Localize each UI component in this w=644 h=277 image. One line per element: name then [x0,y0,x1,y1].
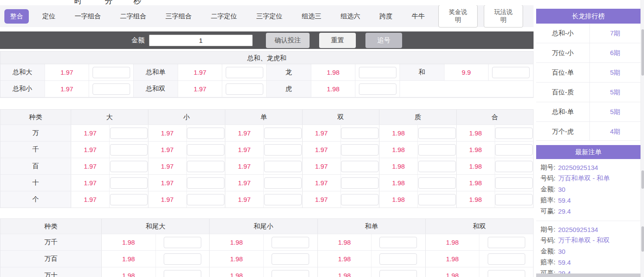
ranking-list: 总和-小7期万位-小6期百位-单5期百位-质5期总和-单5期万个-虎4期 [536,24,641,141]
bet-amount-input[interactable] [93,67,130,78]
bet-amount-input[interactable] [488,237,525,248]
bet-amount-input[interactable] [264,128,302,139]
bet-amount-input[interactable] [164,237,201,248]
bet-input-cell [495,125,533,141]
bet-amount-input[interactable] [110,128,148,139]
bet-amount-input[interactable] [418,144,456,156]
bet-amount-input[interactable] [264,144,302,156]
bet-amount-input[interactable] [187,144,224,156]
odds-value: 1.98 [426,267,480,277]
tab-item[interactable]: 二字定位 [205,9,243,24]
bet-amount-input[interactable] [226,67,263,78]
bet-input-cell [110,175,148,191]
odds-value: 1.97 [225,158,264,174]
bet-amount-input[interactable] [164,270,201,277]
amount-input[interactable] [149,35,253,46]
bet-amount-input[interactable] [341,161,379,172]
bet-amount-input[interactable] [495,177,533,189]
tab-item[interactable]: 二字组合 [114,9,152,24]
ranking-panel-title: 长龙排行榜 [536,9,641,24]
bet-amount-input[interactable] [495,161,533,172]
reset-button[interactable]: 重置 [319,33,356,48]
bet-input-cell [110,191,148,208]
tab-item[interactable]: 组选六 [335,9,366,24]
right-sidebar: 长龙排行榜 总和-小7期万位-小6期百位-单5期百位-质5期总和-单5期万个-虎… [536,9,641,277]
bet-amount-input[interactable] [187,128,224,139]
scrollbar-thumb[interactable] [641,226,644,252]
tab-item[interactable]: 整合 [4,9,29,24]
bet-amount-input[interactable] [359,83,396,95]
dragon-ranking-panel: 长龙排行榜 总和-小7期万位-小6期百位-单5期百位-质5期总和-单5期万个-虎… [536,9,641,141]
bet-amount-input[interactable] [110,194,148,205]
tab-item[interactable]: 三字组合 [160,9,197,24]
bet-amount-input[interactable] [495,144,533,156]
bet-field: 号码:万百和单双 - 和单 [541,173,636,184]
bet-amount-input[interactable] [264,161,302,172]
bet-amount-input[interactable] [418,161,456,172]
ranking-row: 万个-虎4期 [536,122,641,141]
column-header: 合 [457,110,534,125]
bet-amount-input[interactable] [488,253,525,265]
bet-amount-input[interactable] [272,253,309,265]
tab-item[interactable]: 一字组合 [69,9,107,24]
odds-group: 1.97 [71,175,148,191]
scrollbar-thumb[interactable] [641,170,644,189]
ranking-label: 总和-单 [536,102,590,121]
help-button[interactable]: 奖金说明 [438,5,478,28]
odds-group: 1.98 [379,158,457,174]
bet-amount-input[interactable] [93,83,130,95]
bet-amount-input[interactable] [264,177,302,189]
bet-amount-input[interactable] [379,270,417,277]
bet-amount-input[interactable] [495,194,533,205]
bet-field-value: 20250925134 [558,164,598,171]
bet-amount-input[interactable] [488,270,525,277]
bet-amount-input[interactable] [110,161,148,172]
bet-amount-input[interactable] [418,177,456,189]
tab-item[interactable]: 组选三 [296,9,327,24]
bet-amount-input[interactable] [110,144,148,156]
odds-group: 1.97 [303,125,380,141]
bet-amount-input[interactable] [379,237,417,248]
bet-amount-input[interactable] [418,194,456,205]
bet-amount-input[interactable] [495,128,533,139]
bet-amount-input[interactable] [379,253,417,265]
odds-group: 1.98 [457,142,534,158]
bet-input-cell [479,234,533,250]
bet-amount-input[interactable] [272,270,309,277]
bet-amount-input[interactable] [187,194,224,205]
ranking-count: 5期 [590,63,641,82]
odds-group: 1.98 [426,234,533,250]
bet-amount-input[interactable] [264,194,302,205]
scrollbar-thumb[interactable] [641,29,644,76]
row-label: 万 [0,125,71,141]
bet-amount-input[interactable] [272,237,309,248]
confirm-bet-button[interactable]: 确认投注 [266,33,310,48]
bet-amount-input[interactable] [226,83,263,95]
bet-amount-input[interactable] [187,161,224,172]
ranking-row: 百位-质5期 [536,83,641,102]
odds-group: 1.97 [148,191,226,208]
bet-amount-input[interactable] [187,177,224,189]
bet-amount-input[interactable] [110,177,148,189]
bet-input-cell [372,267,425,277]
odds-value: 1.98 [457,142,495,158]
bet-amount-input[interactable] [341,177,379,189]
bet-input-cell [418,142,456,158]
sum-tail-odds-table: 种类和尾大和尾小和单和双万千1.981.981.981.98万百1.981.98… [0,218,534,277]
timer-hour-label: 时 [74,0,82,5]
bet-amount-input[interactable] [418,128,456,139]
bet-amount-input[interactable] [341,144,379,156]
bet-amount-input[interactable] [341,194,379,205]
bet-amount-input[interactable] [341,128,379,139]
tab-item[interactable]: 三字定位 [251,9,288,24]
bet-amount-input[interactable] [164,253,201,265]
tab-item[interactable]: 跨度 [374,9,398,24]
bet-amount-input[interactable] [492,67,530,78]
help-button[interactable]: 玩法说明 [484,5,523,28]
bet-amount-input[interactable] [359,67,396,78]
chase-number-button[interactable]: 追号 [365,33,402,48]
odds-group: 1.98 [318,251,426,267]
tab-item[interactable]: 牛牛 [406,9,430,24]
tab-item[interactable]: 定位 [37,9,61,24]
bet-input-cell [222,64,267,81]
